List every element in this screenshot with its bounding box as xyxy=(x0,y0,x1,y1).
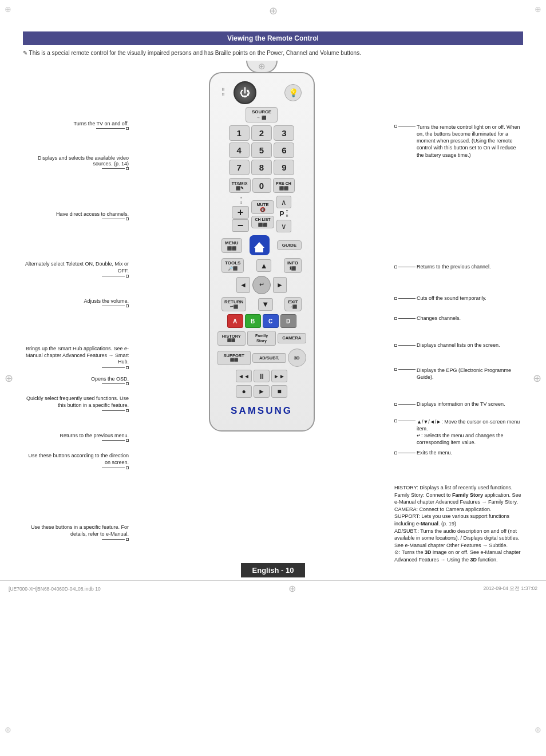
ann-channels: Have direct access to channels. xyxy=(23,211,129,220)
vol-ch-section: ⠿⠿ + − MUTE 🔇 CH LIST ⬛⬛ xyxy=(217,196,307,232)
ch-up-button[interactable]: ∧ xyxy=(276,196,291,208)
btn-0[interactable]: 0 xyxy=(252,178,271,193)
guide-button[interactable]: GUIDE xyxy=(277,240,302,250)
nav-left-button[interactable]: ◄ xyxy=(236,277,250,293)
btn-c[interactable]: C xyxy=(263,314,279,328)
light-button[interactable]: 💡 xyxy=(284,84,302,101)
func-row-2: SUPPORT ⬛⬛ AD/SUBT. 3D xyxy=(217,349,306,367)
ttx-button[interactable]: TTX/MIX ⬛✎ xyxy=(229,178,251,193)
source-button[interactable]: SOURCE → ⬛ xyxy=(246,107,278,122)
btn-5[interactable]: 5 xyxy=(251,143,272,158)
footer-right: 2012-09-04 오전 1:37:02 xyxy=(483,585,537,592)
tools-button[interactable]: TOOLS 🔎⬛ xyxy=(221,258,244,272)
reg-mark-top: ⊕ xyxy=(269,5,278,17)
return-exit-row: RETURN ↩⬛ ▼ EXIT →⬛ xyxy=(221,297,302,311)
adsubt-button[interactable]: AD/SUBT. xyxy=(252,353,286,363)
func-row-1: HISTORY ⬛⬛ Family Story CAMERA xyxy=(217,331,306,346)
rann-nav: ▲/▼/◄/►: Move the cursor on-screen menu … xyxy=(394,418,520,446)
nav-center-button[interactable]: ↵ xyxy=(252,276,271,294)
media-row-2: ● ► ■ xyxy=(236,385,287,398)
ann-vol: Adjusts the volume. xyxy=(23,298,129,307)
nav-right-button[interactable]: ► xyxy=(273,277,287,293)
rann-light: Turns the remote control light on or off… xyxy=(394,124,520,159)
right-annotations-col: Turns the remote control light on or off… xyxy=(394,61,529,559)
color-buttons-row: A B C D xyxy=(227,314,296,328)
menu-guide-row: MENU ⬛⬛ GUIDE xyxy=(221,235,302,255)
btn-2[interactable]: 2 xyxy=(251,125,272,141)
ttx-zero-prech-row: TTX/MIX ⬛✎ 0 PRE-CH ⬛⬛ xyxy=(229,178,295,193)
intro-text: ✎ This is a special remote control for t… xyxy=(23,50,523,56)
ann-smarthub: Brings up the Smart Hub applications. Se… xyxy=(23,346,129,369)
ffwd-button[interactable]: ►► xyxy=(271,370,287,382)
prech-button[interactable]: PRE-CH ⬛⬛ xyxy=(273,178,295,193)
footer-left: [UE7000-XH]BN68-04060D-04L08.indb 10 xyxy=(9,586,101,592)
numpad: 1 2 3 4 5 6 7 8 9 xyxy=(229,125,295,175)
ann-power: Turns the TV on and off. xyxy=(23,121,129,130)
mute-chlist-col: MUTE 🔇 CH LIST ⬛⬛ xyxy=(251,200,274,229)
braille-dots-vol: ⠿⠿ xyxy=(239,196,242,205)
top-btn-row: ⠿⠿ ⏻ 💡 xyxy=(217,81,307,104)
nav-down-button[interactable]: ▼ xyxy=(258,298,273,311)
history-button[interactable]: HISTORY ⬛⬛ xyxy=(217,331,246,346)
reg-mark-bl: ⊕ xyxy=(5,725,11,734)
remote-center-col: ⊕ ⠿⠿ ⏻ 💡 SOURCE → ⬛ xyxy=(204,61,319,559)
btn-1[interactable]: 1 xyxy=(229,125,250,141)
info-button[interactable]: INFO ℹ⬛ xyxy=(284,258,302,272)
chlist-button[interactable]: CH LIST ⬛⬛ xyxy=(251,216,274,228)
btn-6[interactable]: 6 xyxy=(274,143,294,158)
ir-emitter: ⊕ xyxy=(246,61,278,73)
ann-ttx: Alternately select Teletext ON, Double, … xyxy=(23,261,129,278)
media-row-1: ◄◄ ⏸ ►► xyxy=(236,370,287,382)
exit-button[interactable]: EXIT →⬛ xyxy=(284,297,302,311)
ch-dots-right: ⠿⠿ xyxy=(286,209,288,219)
power-button[interactable]: ⏻ xyxy=(234,81,256,104)
btn-a[interactable]: A xyxy=(227,314,243,328)
footer-bar: [UE7000-XH]BN68-04060D-04L08.indb 10 ⊕ 2… xyxy=(0,580,546,596)
ann-direction: Use these buttons according to the direc… xyxy=(23,453,129,469)
ann-return: Returns to the previous menu. xyxy=(23,433,129,442)
vol-minus-button[interactable]: − xyxy=(232,219,249,232)
camera-button[interactable]: CAMERA xyxy=(278,333,306,343)
rann-prech: Returns to the previous channel. xyxy=(394,264,520,270)
page-number-wrapper: English - 10 xyxy=(0,563,546,577)
remote-shell: ⠿⠿ ⏻ 💡 SOURCE → ⬛ 1 2 3 xyxy=(209,72,315,432)
threed-button[interactable]: 3D xyxy=(288,349,306,367)
reg-mark-right: ⊕ xyxy=(533,372,541,385)
stop-button[interactable]: ■ xyxy=(271,385,287,398)
reg-mark-tl: ⊕ xyxy=(5,5,11,14)
p-label-display: P ⠿⠿ xyxy=(279,209,288,219)
record-button[interactable]: ● xyxy=(236,385,252,398)
nav-up-button[interactable]: ▲ xyxy=(256,259,271,272)
reg-mark-left: ⊕ xyxy=(5,372,13,385)
footer-center-symbol: ⊕ xyxy=(288,583,296,594)
play-button[interactable]: ► xyxy=(254,385,270,398)
smarthub-button[interactable] xyxy=(250,235,270,255)
btn-4[interactable]: 4 xyxy=(229,143,250,158)
volume-section: ⠿⠿ + − xyxy=(232,196,249,232)
btn-9[interactable]: 9 xyxy=(274,160,294,175)
support-button[interactable]: SUPPORT ⬛⬛ xyxy=(217,351,251,366)
btn-7[interactable]: 7 xyxy=(229,160,250,175)
btn-b[interactable]: B xyxy=(245,314,261,328)
rewind-button[interactable]: ◄◄ xyxy=(236,370,252,382)
samsung-logo: SAMSUNG xyxy=(231,405,292,417)
return-button[interactable]: RETURN ↩⬛ xyxy=(221,297,246,311)
page-number-box: English - 10 xyxy=(241,563,306,577)
btn-8[interactable]: 8 xyxy=(251,160,272,175)
ch-section: ∧ P ⠿⠿ ∨ xyxy=(276,196,291,232)
ann-osd: Opens the OSD. xyxy=(23,376,129,385)
menu-button[interactable]: MENU ⬛⬛ xyxy=(221,238,242,252)
familystory-button[interactable]: Family Story xyxy=(247,331,276,346)
section-header: Viewing the Remote Control xyxy=(23,31,523,45)
header-title: Viewing the Remote Control xyxy=(227,34,319,42)
btn-d[interactable]: D xyxy=(280,314,296,328)
tools-info-row: TOOLS 🔎⬛ ▲ INFO ℹ⬛ xyxy=(221,258,302,272)
mute-button[interactable]: MUTE 🔇 xyxy=(251,200,274,215)
btn-3[interactable]: 3 xyxy=(274,125,294,141)
rann-ch: Changes channels. xyxy=(394,315,520,321)
ann-tools: Quickly select frequently used functions… xyxy=(23,395,129,412)
ch-down-button[interactable]: ∨ xyxy=(276,220,291,232)
pause-button[interactable]: ⏸ xyxy=(254,370,270,382)
rann-mute: Cuts off the sound temporarily. xyxy=(394,295,520,301)
vol-plus-button[interactable]: + xyxy=(232,206,249,219)
